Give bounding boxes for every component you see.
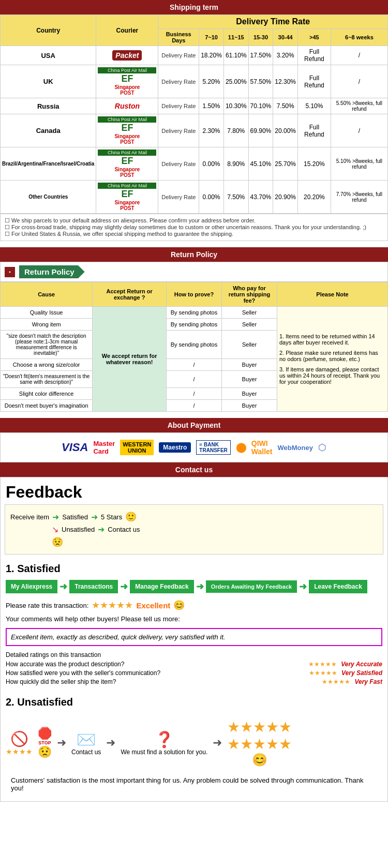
email-icon: ✉️ bbox=[71, 730, 101, 749]
rating-stars: ★★★★★ bbox=[92, 600, 133, 611]
good-stars: ★★★★★★★★★★ bbox=[227, 719, 292, 753]
pays-header: Who pay for return shipping fee? bbox=[221, 282, 277, 307]
step-orders-awaiting[interactable]: Orders Awaiting My Feedback bbox=[206, 580, 297, 593]
payment-section: About Payment VISA MasterCard WESTERNUNI… bbox=[0, 418, 388, 462]
country-cell: Brazil/Argentina/France/Israel/Croatia bbox=[1, 147, 96, 181]
rate-15-30: 17.50% bbox=[248, 46, 273, 65]
step-leave-feedback[interactable]: Leave Feedback bbox=[309, 580, 367, 593]
rate-6-8: 5.50% >8weeks, full refund bbox=[331, 98, 387, 114]
prove-cell: By sending photos bbox=[166, 331, 221, 359]
return-table: Cause Accept Return or exchange ? How to… bbox=[0, 282, 388, 412]
country-cell: Russia bbox=[1, 98, 96, 114]
rate-6-8: / bbox=[331, 46, 387, 65]
rate-30-44: 25.70% bbox=[273, 147, 298, 181]
prove-cell: / bbox=[166, 388, 221, 400]
western-union-logo: WESTERNUNION bbox=[120, 440, 154, 455]
shipping-notes: ☐ We ship parcels to your default addres… bbox=[0, 214, 388, 241]
rate-30-44: 7.50% bbox=[273, 98, 298, 114]
webmoney-logo: WebMoney bbox=[278, 444, 313, 452]
courier-cell: Packet bbox=[96, 46, 158, 65]
courier-cell: China Post Air Mail EF SingaporePOST bbox=[96, 114, 158, 147]
step-arrow-icon: ➜ bbox=[196, 581, 204, 592]
country-cell: USA bbox=[1, 46, 96, 65]
rating-label: How satisfied were you with the seller's… bbox=[6, 669, 305, 677]
arrow-right-icon: ➜ bbox=[57, 736, 66, 750]
contact-us-label: Contact us bbox=[71, 749, 101, 756]
bad-stars: ★★★★ bbox=[6, 747, 33, 756]
note-item: ☐ For United States & Russia, we offer s… bbox=[5, 231, 383, 237]
comments-row: Your comments will help other buyers! Pl… bbox=[1, 614, 387, 626]
step-transactions[interactable]: Transactions bbox=[69, 580, 118, 593]
arrow-right-icon: ➜ bbox=[213, 736, 222, 750]
rate-7-10: 0.00% bbox=[199, 147, 224, 181]
rate-45: 15.20% bbox=[298, 147, 331, 181]
col-45-header: >45 bbox=[298, 29, 331, 46]
rate-15-30: 57.50% bbox=[248, 65, 273, 98]
table-row: Quality Issue We accept return for whate… bbox=[1, 307, 388, 319]
rate-7-10: 0.00% bbox=[199, 181, 224, 214]
step-arrow-icon: ➜ bbox=[120, 581, 128, 592]
flow-row-satisfied: Receive item ➜ Satisfied ➜ 5 Stars 🙂 bbox=[10, 511, 378, 522]
rating-stars-icon: ★★★★★ bbox=[309, 669, 337, 677]
unsatisfied-title: 2. Unsatisfied bbox=[1, 692, 387, 710]
unsat-bad-icon: 🚫 ★★★★ bbox=[6, 730, 33, 756]
find-solution-text: We must find a solution for you. bbox=[121, 749, 207, 756]
stop-icon: 🛑 bbox=[38, 727, 52, 740]
rating-row: How satisfied were you with the seller's… bbox=[6, 669, 382, 677]
satisfied-title: 1. Satisfied bbox=[1, 559, 387, 577]
question-block: ❓ We must find a solution for you. bbox=[121, 730, 207, 756]
unsat-flow: 🚫 ★★★★ 🛑 STOP 😟 ➜ ✉️ Contact us ➜ bbox=[6, 713, 382, 772]
receive-label: Receive item bbox=[10, 513, 49, 521]
cause-cell: "Doesn't fit(item's measurement is the s… bbox=[1, 371, 93, 388]
rate-11-15: 7.80% bbox=[223, 114, 248, 147]
delivery-label-cell: Delivery Rate bbox=[158, 98, 199, 114]
rate-30-44: 20.90% bbox=[273, 181, 298, 214]
flow-row-unsatisfied: ↘ Unsatisfied ➜ Contact us bbox=[52, 525, 378, 534]
webmoney-icon: ⬡ bbox=[318, 442, 326, 453]
rate-11-15: 8.90% bbox=[223, 147, 248, 181]
rate-11-15: 10.30% bbox=[223, 98, 248, 114]
note-col: 1. Items need to be returned within 14 d… bbox=[277, 307, 387, 412]
note-3: 3. If items are damaged, please contact … bbox=[279, 366, 385, 385]
step-manage-feedback[interactable]: Manage Feedback bbox=[130, 580, 193, 593]
bank-transfer-logo: ≡ BANKTRANSFER bbox=[196, 440, 230, 455]
note-item: ☐ We ship parcels to your default addres… bbox=[5, 217, 383, 224]
courier-header: Courier bbox=[96, 15, 158, 46]
col-7-10-header: 7~10 bbox=[199, 29, 224, 46]
qiwi-logo: ⬤ bbox=[236, 442, 246, 453]
prove-cell: By sending photos bbox=[166, 307, 221, 319]
rating-label: How quickly did the seller ship the item… bbox=[6, 678, 318, 685]
rate-45: 5.10% bbox=[298, 98, 331, 114]
delivery-label-cell: Delivery Rate bbox=[158, 65, 199, 98]
delivery-label-cell: Delivery Rate bbox=[158, 147, 199, 181]
rate-7-10: 18.20% bbox=[199, 46, 224, 65]
happy-emoji: 🙂 bbox=[125, 511, 137, 522]
happy-face-icon: 😊 bbox=[227, 753, 292, 767]
return-policy-header: Return Policy bbox=[0, 247, 388, 262]
rating-desc: Very Accurate bbox=[341, 661, 382, 668]
step-arrow-icon: ➜ bbox=[299, 581, 307, 592]
step-my-aliexpress[interactable]: My Aliexpress bbox=[6, 580, 57, 593]
accept-header: Accept Return or exchange ? bbox=[93, 282, 167, 307]
unsatisfied-label: Unsatisfied bbox=[62, 526, 95, 533]
rate-15-30: 69.90% bbox=[248, 114, 273, 147]
prove-header: How to prove? bbox=[166, 282, 221, 307]
maestro-logo: Maestro bbox=[159, 442, 191, 453]
packet-logo: Packet bbox=[112, 50, 142, 61]
rate-label: Please rate this transaction: bbox=[6, 602, 88, 609]
prove-cell: By sending photos bbox=[166, 319, 221, 331]
rate-15-30: 45.10% bbox=[248, 147, 273, 181]
table-row: Canada China Post Air Mail EF SingaporeP… bbox=[1, 114, 388, 147]
rate-45: Full Refund bbox=[298, 65, 331, 98]
chinapost-logo: China Post Air Mail EF bbox=[98, 67, 156, 84]
note-item: ☐ For cross-broad trade, shipping may sl… bbox=[5, 224, 383, 231]
rate-11-15: 61.10% bbox=[223, 46, 248, 65]
arrow-icon: ➜ bbox=[52, 512, 59, 522]
return-policy-section: Return Policy ▪ Return Policy Cause Acce… bbox=[0, 247, 388, 412]
note-2: 2. Please make sure retuned items has no… bbox=[279, 350, 385, 362]
business-days-header: Business Days bbox=[158, 29, 199, 46]
email-block: ✉️ Contact us bbox=[71, 730, 101, 756]
rate-45: 20.20% bbox=[298, 181, 331, 214]
rate-11-15: 25.00% bbox=[223, 65, 248, 98]
rate-11-15: 7.50% bbox=[223, 181, 248, 214]
